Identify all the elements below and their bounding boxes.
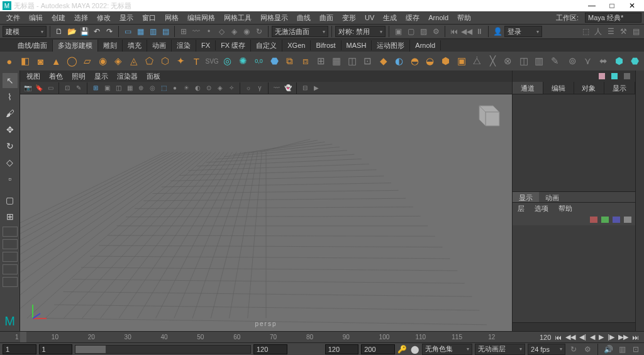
vp-gamma-icon[interactable]: γ xyxy=(255,83,265,93)
viewport-3d[interactable]: persp xyxy=(20,94,512,331)
poly-gear-icon[interactable]: ✺ xyxy=(236,54,250,69)
last-tool-icon[interactable]: ▫ xyxy=(3,171,18,186)
sculpt-icon[interactable]: ⬢ xyxy=(612,54,626,69)
layer-menu-item[interactable]: 层 xyxy=(515,204,527,213)
select-mask-icon[interactable]: ▤ xyxy=(160,26,171,37)
menu-item[interactable]: 显示 xyxy=(116,12,137,24)
poly-superellipse-icon[interactable]: 0,0 xyxy=(252,54,266,69)
poly-plane-icon[interactable]: ▱ xyxy=(80,54,94,69)
vp-menu-item[interactable]: 着色 xyxy=(45,71,67,82)
vp-grease-icon[interactable]: ✎ xyxy=(74,83,84,93)
snap-curve-icon[interactable]: 〰 xyxy=(191,26,202,37)
vp-bookmark-icon[interactable]: 🔖 xyxy=(34,83,44,93)
vp-isolate-icon[interactable]: ⊙ xyxy=(204,83,214,93)
menu-item[interactable]: 变形 xyxy=(338,12,360,24)
auto-key-icon[interactable]: ⬤ xyxy=(409,344,419,355)
shelf-tab[interactable]: Bifrost xyxy=(311,40,341,50)
shelf-tab[interactable]: MASH xyxy=(341,40,372,50)
next-key-icon[interactable]: |▶ xyxy=(608,333,614,341)
ipr-icon[interactable]: ▨ xyxy=(418,26,429,37)
panel-tab[interactable]: 对象 xyxy=(574,82,605,94)
close-button[interactable]: ✕ xyxy=(623,1,641,11)
menu-item[interactable]: 曲面 xyxy=(316,12,337,24)
poly-type-icon[interactable]: T xyxy=(189,54,203,69)
shelf-tab[interactable]: XGen xyxy=(282,40,311,50)
vp-select-camera-icon[interactable]: 📷 xyxy=(23,83,33,93)
sweep-mesh-icon[interactable]: ◎ xyxy=(221,54,235,69)
live-surface-dropdown[interactable]: 无激活曲面 xyxy=(272,26,328,37)
shelf-tab[interactable]: Arnold xyxy=(410,40,441,50)
vp-menu-item[interactable]: 照明 xyxy=(68,71,89,82)
multi-cut-icon[interactable]: ╳ xyxy=(486,54,499,69)
smooth-icon[interactable]: ◓ xyxy=(408,54,421,69)
circularize-icon[interactable]: ⊚ xyxy=(565,54,579,69)
mode-dropdown[interactable]: 建模 xyxy=(3,26,47,37)
menu-item[interactable]: 帮助 xyxy=(453,12,475,24)
new-layer-icon[interactable] xyxy=(624,217,631,223)
menu-item[interactable]: 缓存 xyxy=(402,12,423,24)
playback-end-field[interactable]: 120 xyxy=(253,344,287,354)
paint-select-icon[interactable]: 🖌 xyxy=(3,106,18,121)
color-dot-icon[interactable] xyxy=(624,73,630,79)
snap-view-icon[interactable]: ◉ xyxy=(241,26,252,37)
rotate-tool-icon[interactable]: ↻ xyxy=(3,138,18,154)
shelf-tab[interactable]: 曲线/曲面 xyxy=(13,40,53,52)
layer-color-icon[interactable] xyxy=(590,217,597,223)
target-weld-icon[interactable]: ⊗ xyxy=(501,54,515,69)
step-back-icon[interactable]: ◀◀ xyxy=(565,333,575,341)
scrollbar[interactable] xyxy=(513,322,635,331)
step-fwd-icon[interactable]: ▶▶ xyxy=(618,333,628,341)
create-poly-icon[interactable]: ✎ xyxy=(548,54,562,69)
poly-torus-icon[interactable]: ◯ xyxy=(65,54,79,69)
svg-icon[interactable]: SVG xyxy=(205,54,219,69)
symmetry-dropdown[interactable]: 对称: 禁用 xyxy=(335,26,386,37)
vp-motion-trail-icon[interactable]: 〰 xyxy=(272,83,282,93)
vp-menu-item[interactable]: 显示 xyxy=(91,71,112,82)
workspace-select[interactable] xyxy=(585,13,641,23)
panel-tab[interactable]: 编辑 xyxy=(543,82,574,94)
shelf-tab[interactable]: 运动图形 xyxy=(372,40,410,52)
layer-color-icon[interactable] xyxy=(613,217,620,223)
shelf-tab[interactable]: 渲染 xyxy=(172,40,196,52)
menu-item[interactable]: 编辑网格 xyxy=(184,12,219,24)
animlayer-dropdown[interactable]: 无动画层 xyxy=(475,344,525,355)
remesh-icon[interactable]: ⬢ xyxy=(439,54,453,69)
menu-item[interactable]: 编辑 xyxy=(25,12,47,24)
playback-prev-icon[interactable]: ◀◀ xyxy=(461,26,472,37)
playback-stop-icon[interactable]: ⏸ xyxy=(474,26,485,37)
reduce-icon[interactable]: ◒ xyxy=(423,54,437,69)
vp-use-lights-icon[interactable]: ☀ xyxy=(181,83,191,93)
vp-wireframe-icon[interactable]: ⬚ xyxy=(158,83,169,93)
four-view-icon[interactable]: ⊞ xyxy=(3,209,18,224)
select-hier-icon[interactable]: ▦ xyxy=(135,26,146,37)
shelf-tab[interactable]: 多边形建模 xyxy=(53,40,98,52)
save-scene-icon[interactable]: 💾 xyxy=(79,26,90,37)
color-dot-icon[interactable] xyxy=(611,73,618,79)
snap-point-icon[interactable]: • xyxy=(203,26,214,37)
layer-tab[interactable]: 显示 xyxy=(513,192,539,202)
sound-icon[interactable]: 🔊 xyxy=(602,344,614,355)
attr-editor-icon[interactable]: ☰ xyxy=(605,26,616,37)
bevel-icon[interactable]: ◫ xyxy=(345,54,359,69)
lasso-tool-icon[interactable]: ⌇ xyxy=(3,89,18,104)
separate-icon[interactable]: ⧈ xyxy=(299,54,313,69)
vp-smooth-shade-icon[interactable]: ● xyxy=(170,83,180,93)
vp-field-chart-icon[interactable]: ⊕ xyxy=(136,83,146,93)
single-view-icon[interactable]: ▢ xyxy=(3,193,18,208)
vp-res-gate-icon[interactable]: ◫ xyxy=(113,83,123,93)
shelf-tab[interactable]: 动画 xyxy=(147,40,172,52)
combine-icon[interactable]: ⧉ xyxy=(283,54,297,69)
range-end-field[interactable]: 120 xyxy=(325,344,359,354)
retopo-icon[interactable]: ▣ xyxy=(455,54,469,69)
menu-item[interactable]: 选择 xyxy=(70,12,92,24)
select-tool-icon[interactable]: ↖ xyxy=(3,73,18,88)
select-mode-icon[interactable]: ▭ xyxy=(122,26,133,37)
layout-1-icon[interactable] xyxy=(3,227,18,237)
undo-icon[interactable]: ↶ xyxy=(91,26,103,37)
vp-shadows-icon[interactable]: ◐ xyxy=(192,83,203,93)
poly-pipe-icon[interactable]: ⬡ xyxy=(158,54,172,69)
vp-render-icon[interactable]: ▶ xyxy=(311,83,321,93)
bridge-icon[interactable]: ⊡ xyxy=(361,54,375,69)
select-comp-icon[interactable]: ▥ xyxy=(147,26,158,37)
shelf-tab[interactable]: FX xyxy=(196,40,216,50)
